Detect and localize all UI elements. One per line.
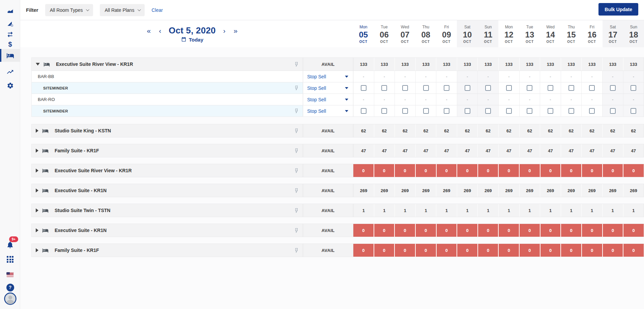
stop-sell-checkbox[interactable] [381, 108, 387, 114]
stop-sell-label: Stop Sell [307, 74, 326, 79]
sidebar-item-rates[interactable]: $ [0, 38, 20, 50]
stop-sell-checkbox[interactable] [423, 108, 429, 114]
expand-caret-icon[interactable] [36, 149, 38, 153]
stop-sell-checkbox[interactable] [548, 108, 553, 114]
availability-value-cell: 0 [581, 224, 602, 237]
sidebar-item-account[interactable] [0, 292, 20, 305]
sidebar-item-analytics[interactable] [0, 5, 20, 17]
help-icon: ? [6, 284, 14, 291]
room-row-header[interactable]: Studio Suite King - KSTN AVAIL6262626262… [32, 124, 644, 137]
sidebar-item-settings[interactable] [0, 80, 20, 91]
expand-caret-icon[interactable] [36, 208, 38, 212]
room-row-header[interactable]: Studio Suite Twin - TSTN AVAIL1111111111… [32, 204, 644, 217]
flash-icon [294, 227, 299, 234]
next-day-arrow[interactable]: › [223, 27, 226, 34]
availability-value-cell: 0 [602, 224, 623, 237]
availability-value-cell: 62 [436, 124, 457, 137]
stop-sell-checkbox-cell [436, 105, 457, 117]
availability-value-cell: 1 [498, 204, 519, 217]
sidebar-item-reports[interactable] [0, 18, 20, 29]
stop-sell-checkbox[interactable] [568, 108, 574, 114]
sidebar-item-help[interactable]: ? [0, 282, 20, 293]
expand-caret-icon[interactable] [36, 129, 38, 133]
stop-sell-checkbox[interactable] [589, 85, 595, 91]
stop-sell-checkbox[interactable] [465, 108, 470, 114]
stop-sell-checkbox[interactable] [444, 108, 449, 114]
day-number: 17 [608, 30, 617, 40]
stop-sell-checkbox[interactable] [444, 85, 449, 91]
stop-sell-dropdown[interactable]: Stop Sell [303, 94, 353, 105]
room-row-header[interactable]: Executive Suite River View - KR1R AVAIL0… [32, 164, 644, 177]
stop-sell-checkbox[interactable] [361, 108, 367, 114]
availability-value-cell: 47 [581, 144, 602, 157]
clear-filters-link[interactable]: Clear [151, 7, 163, 13]
collapse-caret-icon[interactable] [36, 63, 40, 66]
flash-icon [294, 167, 299, 174]
prev-day-arrow[interactable]: ‹ [158, 27, 162, 34]
expand-caret-icon[interactable] [36, 169, 38, 173]
stop-sell-checkbox[interactable] [485, 108, 491, 114]
stop-sell-checkbox[interactable] [548, 85, 553, 91]
filter-bar: Filter All Room Types All Rate Plans Cle… [20, 0, 644, 20]
stop-sell-checkbox[interactable] [485, 85, 491, 91]
sidebar-item-inventory[interactable] [0, 49, 20, 62]
availability-value-cell: 1 [519, 204, 540, 217]
last-page-arrow[interactable]: » [233, 27, 238, 34]
availability-value-cell: 47 [540, 144, 561, 157]
day-of-week: Mon [505, 25, 513, 29]
stop-sell-checkbox[interactable] [423, 85, 429, 91]
stop-sell-checkbox[interactable] [631, 85, 636, 91]
channel-row: SITEMINDERStop Sell [32, 82, 644, 94]
availability-value-cell: 0 [436, 224, 457, 237]
stop-sell-checkbox[interactable] [465, 85, 470, 91]
stop-sell-dropdown[interactable]: Stop Sell [303, 105, 353, 117]
empty-value-cell: - [374, 71, 395, 82]
bulk-update-button[interactable]: Bulk Update [598, 3, 638, 16]
first-page-arrow[interactable]: « [146, 27, 152, 34]
room-row-header[interactable]: Family Suite - KR1F AVAIL00000000000000 [32, 244, 644, 257]
day-of-week: Thu [568, 25, 575, 29]
availability-value-cell: 0 [498, 244, 519, 257]
room-name: Executive Suite River View - KR1R [56, 61, 133, 67]
stop-sell-checkbox[interactable] [610, 85, 616, 91]
day-of-week: Wed [546, 25, 554, 29]
stop-sell-checkbox[interactable] [402, 108, 408, 114]
sidebar-item-language-us[interactable] [0, 269, 20, 280]
room-row-header[interactable]: Executive Suite - KR1N AVAIL269269269269… [32, 184, 644, 197]
room-row-header[interactable]: Executive Suite River View - KR1R AVAIL1… [32, 58, 644, 71]
stop-sell-dropdown[interactable]: Stop Sell [303, 82, 353, 94]
room-row-header[interactable]: Executive Suite - KR1N AVAIL000000000000… [32, 224, 644, 237]
rate-plans-dropdown[interactable]: All Rate Plans [100, 4, 145, 16]
expand-caret-icon[interactable] [36, 228, 38, 232]
today-button[interactable]: Today [181, 37, 203, 43]
availability-value-cell: 269 [561, 184, 582, 197]
room-types-dropdown[interactable]: All Room Types [45, 4, 93, 16]
sidebar-item-performance[interactable] [0, 66, 20, 78]
stop-sell-checkbox[interactable] [381, 85, 387, 91]
empty-value-cell: - [477, 94, 498, 105]
stop-sell-checkbox[interactable] [506, 108, 512, 114]
stop-sell-checkbox[interactable] [610, 108, 616, 114]
rate-plan-row: BAR-ROStop Sell-------------- [32, 94, 644, 105]
availability-value-cell: 0 [623, 164, 644, 177]
stop-sell-checkbox-cell [498, 105, 519, 117]
availability-value-cell: 0 [457, 244, 477, 257]
stop-sell-checkbox[interactable] [527, 85, 532, 91]
stop-sell-checkbox-cell [519, 105, 540, 117]
bed-icon [42, 187, 49, 194]
room-row-header[interactable]: Family Suite - KR1F AVAIL474747474747474… [32, 144, 644, 157]
stop-sell-checkbox[interactable] [402, 85, 408, 91]
stop-sell-checkbox[interactable] [589, 108, 595, 114]
expand-caret-icon[interactable] [36, 248, 38, 252]
expand-caret-icon[interactable] [36, 188, 38, 192]
stop-sell-checkbox[interactable] [361, 85, 367, 91]
sidebar-item-apps[interactable] [0, 254, 20, 265]
stop-sell-checkbox[interactable] [527, 108, 532, 114]
stop-sell-dropdown[interactable]: Stop Sell [303, 71, 353, 82]
availability-value-cell: 62 [602, 124, 623, 137]
stop-sell-checkbox[interactable] [568, 85, 574, 91]
avail-cell: AVAIL [303, 204, 353, 217]
stop-sell-checkbox[interactable] [631, 108, 636, 114]
stop-sell-checkbox-cell [581, 82, 602, 94]
stop-sell-checkbox[interactable] [506, 85, 512, 91]
